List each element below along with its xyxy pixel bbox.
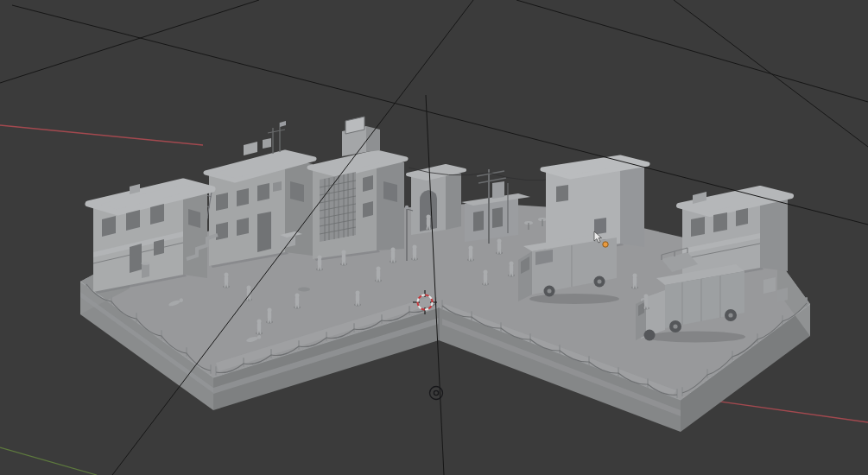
building-rounded-roof-left[interactable] bbox=[88, 181, 218, 294]
viewport-canvas[interactable] bbox=[0, 0, 868, 475]
door bbox=[257, 212, 271, 252]
window bbox=[216, 222, 228, 240]
truck-wheel bbox=[644, 330, 656, 341]
van-shadow bbox=[529, 294, 619, 304]
window bbox=[237, 188, 249, 206]
van-wheel-hub bbox=[548, 289, 552, 294]
building-side-face bbox=[620, 161, 644, 247]
window bbox=[363, 175, 373, 192]
window bbox=[736, 208, 748, 226]
truck-shadow bbox=[645, 332, 745, 343]
opening bbox=[492, 207, 503, 228]
object-origin-point[interactable] bbox=[603, 242, 608, 247]
3d-viewport[interactable] bbox=[0, 0, 868, 475]
building-arched-doorway[interactable] bbox=[408, 166, 465, 235]
window bbox=[363, 201, 373, 218]
ac-unit bbox=[273, 181, 282, 192]
opening bbox=[473, 211, 484, 231]
window bbox=[154, 239, 164, 256]
manhole-cover bbox=[298, 287, 310, 291]
side-window bbox=[290, 181, 304, 202]
building-side-face bbox=[446, 169, 461, 230]
window bbox=[691, 217, 705, 237]
roof-box bbox=[263, 138, 271, 149]
building-side-face bbox=[183, 185, 207, 278]
window bbox=[102, 216, 116, 237]
window bbox=[713, 212, 727, 232]
transformer-box bbox=[492, 181, 504, 199]
side-window bbox=[383, 181, 397, 202]
street-lamp-head bbox=[405, 206, 409, 209]
trash-bin-lid bbox=[142, 262, 150, 265]
roof-penthouse-side bbox=[366, 126, 380, 152]
window bbox=[556, 185, 568, 202]
window bbox=[216, 193, 228, 211]
building-side-face bbox=[377, 155, 404, 250]
door bbox=[130, 244, 142, 273]
window bbox=[237, 218, 249, 236]
window bbox=[126, 210, 140, 231]
van-front bbox=[518, 251, 532, 301]
truck-wheel-hub bbox=[673, 324, 677, 328]
window bbox=[150, 204, 164, 225]
window bbox=[257, 183, 269, 201]
truck-wheel-hub bbox=[728, 313, 732, 317]
van-wheel-hub bbox=[598, 280, 602, 284]
crate bbox=[763, 277, 776, 294]
